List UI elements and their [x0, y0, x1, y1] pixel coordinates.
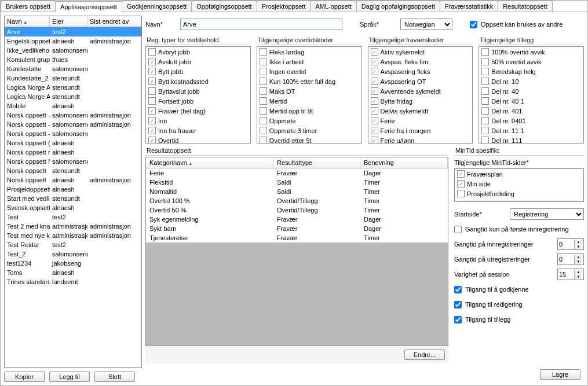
list-item[interactable]: Avspas. fleks fim.	[368, 57, 473, 67]
table-row[interactable]: test1234jakobseng	[5, 259, 141, 268]
checkbox-icon[interactable]	[481, 87, 489, 95]
list-item[interactable]: Del nr. 40	[479, 86, 583, 96]
checkbox-icon[interactable]	[260, 137, 267, 144]
table-row[interactable]: Overtid 100 %Overtid/TilleggTimer	[146, 196, 448, 205]
list-item[interactable]: Avspasering OT	[368, 76, 473, 86]
gangtid-ut-spinner[interactable]: ▲▼	[557, 253, 584, 265]
checkbox-icon[interactable]	[481, 68, 489, 75]
table-row[interactable]: Logica Norge Astensundt	[5, 83, 141, 92]
checkbox-icon[interactable]	[260, 78, 267, 85]
checkbox-icon[interactable]	[371, 127, 378, 134]
list-item[interactable]: Overtid etter 9t	[257, 135, 361, 144]
checkbox-icon[interactable]	[371, 87, 378, 95]
tab-daglig-oppfølgingsoppsett[interactable]: Daglig oppfølgingsoppsett	[356, 1, 440, 12]
table-row[interactable]: Norsk oppsett -salomonsenradministrasjon	[5, 120, 141, 129]
spin-down-icon[interactable]: ▼	[575, 244, 582, 249]
list-item[interactable]: Mertid	[257, 96, 361, 106]
sprak-select[interactable]: Norwegian	[400, 19, 452, 30]
table-row[interactable]: Syk egenmeldingFraværDager	[146, 215, 448, 224]
table-row[interactable]: Mobilealnaesh	[5, 101, 141, 111]
table-row[interactable]: Norsk oppsett Nsalomonsenr	[5, 157, 141, 166]
table-row[interactable]: Kundestøtte_2stensundt	[5, 73, 141, 83]
list-item[interactable]: Ferie fra i morgen	[368, 126, 473, 135]
list-item[interactable]: Del nr. 111	[479, 135, 583, 144]
tilgang-godk-checkbox[interactable]	[454, 286, 462, 293]
list-item[interactable]: Bytt kostnadssted	[146, 76, 250, 86]
leggtil-button[interactable]: Legg til	[49, 372, 90, 382]
checkbox-icon[interactable]	[371, 58, 378, 65]
list-item[interactable]: Byttavslut jobb	[146, 86, 250, 96]
checkbox-icon[interactable]	[371, 117, 378, 124]
checkbox-icon[interactable]	[481, 97, 489, 105]
checkbox-icon[interactable]	[148, 68, 156, 75]
table-row[interactable]: FerieFraværDager	[146, 168, 448, 178]
list-item[interactable]: Inn fra fravær	[146, 126, 250, 135]
left-table-header[interactable]: Navn▲ Eier Sist endret av	[5, 16, 141, 27]
lagre-button[interactable]: Lagre	[540, 369, 580, 380]
table-row[interactable]: Test Reidartest2	[5, 240, 141, 249]
checkbox-icon[interactable]	[481, 137, 489, 144]
checkbox-icon[interactable]	[481, 78, 489, 85]
table-row[interactable]: Testtest2	[5, 212, 141, 222]
table-row[interactable]: Tomsalnaesh	[5, 268, 141, 277]
checkbox-icon[interactable]	[260, 48, 267, 56]
table-row[interactable]: Prosjektoppsettalnaesh	[5, 185, 141, 194]
slett-button[interactable]: Slett	[94, 372, 135, 382]
list-item[interactable]: Prosjektfordeling	[455, 189, 583, 198]
list-item[interactable]: Mertid opp til 9t	[257, 106, 361, 116]
list-item[interactable]: 50% overtid avvik	[479, 57, 583, 67]
list-item[interactable]: Beredskap helg	[479, 67, 583, 76]
table-row[interactable]: Engelsk oppsetalnaeshadministrasjon	[5, 36, 141, 46]
list-item[interactable]: Maks OT	[257, 86, 361, 96]
checkbox-icon[interactable]	[481, 107, 489, 115]
table-row[interactable]: Konsulent gruppthues	[5, 55, 141, 64]
spin-up-icon[interactable]: ▲	[575, 240, 582, 244]
checkbox-icon[interactable]	[457, 190, 465, 197]
list-item[interactable]: Avspasering fleks	[368, 67, 473, 76]
list-item[interactable]: Oppmøte 3 timer	[257, 126, 361, 135]
list-item[interactable]: Inn	[146, 116, 250, 126]
tilgang-red-checkbox[interactable]	[454, 301, 462, 308]
checkbox-icon[interactable]	[148, 87, 156, 95]
list-item[interactable]: Overtid	[146, 135, 250, 144]
tab-resultatoppsett[interactable]: Resultatoppsett	[498, 1, 552, 12]
list-item[interactable]: Avslutt jobb	[146, 57, 250, 67]
navn-input[interactable]	[180, 19, 342, 30]
tilgang-til-checkbox[interactable]	[454, 316, 462, 323]
checkbox-icon[interactable]	[148, 127, 156, 134]
checkbox-icon[interactable]	[260, 68, 267, 75]
checkbox-icon[interactable]	[371, 78, 378, 85]
list-item[interactable]: Fraværsplan	[455, 169, 583, 179]
checkbox-icon[interactable]	[371, 137, 378, 144]
table-row[interactable]: TjenestereiseFraværTimer	[146, 233, 448, 242]
checkbox-icon[interactable]	[371, 48, 378, 56]
checkbox-icon[interactable]	[260, 87, 267, 95]
table-row[interactable]: Norsk oppsett ralnaesh	[5, 148, 141, 157]
list-item[interactable]: Ingen overtid	[257, 67, 361, 76]
list-item[interactable]: Del nr. 11 1	[479, 126, 583, 135]
checkbox-icon[interactable]	[148, 117, 156, 124]
tab-fraværsstatistikk[interactable]: Fraværsstatistikk	[440, 1, 498, 12]
table-row[interactable]: Norsk oppsettstensundt	[5, 166, 141, 175]
checkbox-icon[interactable]	[457, 170, 465, 178]
gangtid-forste-checkbox[interactable]	[454, 226, 462, 233]
list-item[interactable]: Del nr. 10	[479, 76, 583, 86]
checkbox-icon[interactable]	[148, 78, 156, 85]
shared-checkbox[interactable]	[470, 21, 477, 28]
checkbox-icon[interactable]	[371, 68, 378, 75]
spin-down-icon[interactable]: ▼	[575, 274, 582, 279]
list-item[interactable]: Fleks lørdag	[257, 47, 361, 57]
list-item[interactable]: Bytt jobb	[146, 67, 250, 76]
list-item[interactable]: Avbryt jobb	[146, 47, 250, 57]
endre-button[interactable]: Endre...	[404, 350, 445, 360]
checkbox-icon[interactable]	[260, 58, 267, 65]
table-row[interactable]: Test_2salomonsenr	[5, 249, 141, 259]
table-row[interactable]: Test med nye kadministrasjoadministrasjo…	[5, 231, 141, 240]
table-row[interactable]: Norsk oppsett -salomonsenradministrasjon	[5, 111, 141, 120]
table-row[interactable]: Norsk oppsett -salomonsenr	[5, 129, 141, 138]
list-item[interactable]: Ikke i arbeid	[257, 57, 361, 67]
tab-godkjenningsoppsett[interactable]: Godkjenningsoppsett	[122, 1, 192, 12]
table-row[interactable]: Start med vedlikstensundt	[5, 194, 141, 203]
checkbox-icon[interactable]	[260, 97, 267, 105]
checkbox-icon[interactable]	[260, 117, 267, 124]
